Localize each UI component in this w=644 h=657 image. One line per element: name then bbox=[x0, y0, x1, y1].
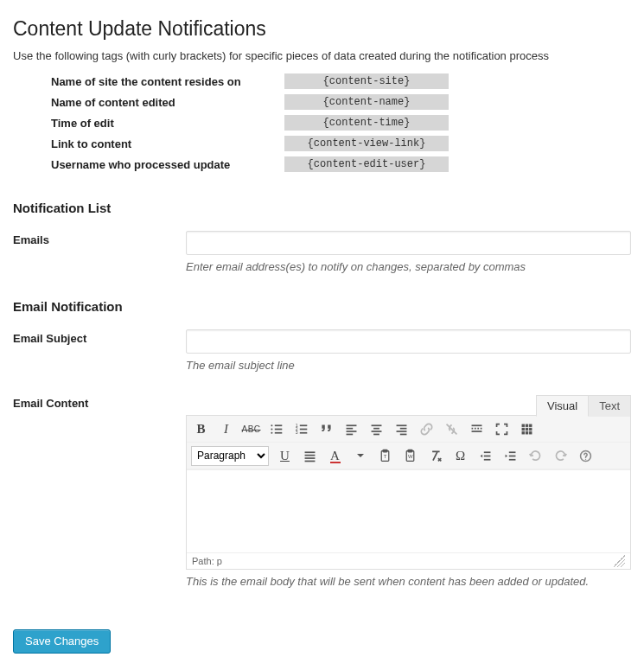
svg-text:3: 3 bbox=[296, 430, 298, 435]
svg-rect-30 bbox=[529, 424, 532, 426]
editor-path: Path: p bbox=[192, 556, 222, 566]
svg-point-54 bbox=[585, 458, 586, 459]
svg-rect-33 bbox=[529, 427, 532, 430]
subject-input[interactable] bbox=[186, 329, 631, 354]
underline-icon[interactable]: U bbox=[273, 444, 296, 467]
undo-icon[interactable] bbox=[524, 444, 547, 467]
tag-row: Name of content edited {content-name} bbox=[44, 92, 456, 112]
editor: B I ABC 123 bbox=[186, 415, 631, 570]
content-description: This is the email body that will be sent… bbox=[186, 575, 631, 588]
tab-visual[interactable]: Visual bbox=[536, 395, 589, 417]
toolbar-row-1: B I ABC 123 bbox=[187, 416, 630, 443]
tag-value: {content-edit-user} bbox=[284, 156, 449, 172]
tag-label: Name of site the content resides on bbox=[44, 71, 277, 92]
content-label: Email Content bbox=[13, 394, 186, 410]
page-title: Content Update Notifications bbox=[13, 17, 631, 41]
bold-icon[interactable]: B bbox=[189, 418, 213, 440]
save-button[interactable]: Save Changes bbox=[13, 629, 111, 654]
email-notification-header: Email Notification bbox=[13, 299, 631, 314]
svg-rect-42 bbox=[383, 450, 387, 452]
tag-row: Link to content {content-view-link} bbox=[44, 133, 456, 154]
align-left-icon[interactable] bbox=[340, 418, 363, 440]
insert-more-icon[interactable] bbox=[465, 418, 488, 440]
tag-value: {content-view-link} bbox=[284, 136, 449, 151]
tag-row: Username who processed update {content-e… bbox=[44, 154, 456, 175]
svg-rect-36 bbox=[529, 431, 532, 434]
tag-value: {content-site} bbox=[284, 73, 449, 89]
unlink-icon[interactable] bbox=[440, 418, 463, 440]
bullet-list-icon[interactable] bbox=[265, 418, 288, 440]
blockquote-icon[interactable] bbox=[315, 418, 338, 440]
tag-value: {content-time} bbox=[284, 115, 449, 131]
fullscreen-icon[interactable] bbox=[490, 418, 513, 440]
tag-label: Time of edit bbox=[44, 112, 277, 133]
link-icon[interactable] bbox=[415, 418, 438, 440]
svg-text:W: W bbox=[408, 454, 413, 459]
tab-text[interactable]: Text bbox=[589, 395, 631, 417]
resize-handle-icon[interactable] bbox=[613, 555, 625, 567]
text-color-dropdown-icon[interactable] bbox=[348, 444, 372, 467]
text-color-icon[interactable]: A bbox=[323, 444, 347, 467]
redo-icon[interactable] bbox=[549, 444, 572, 467]
toolbar-row-2: Paragraph U A T W bbox=[187, 443, 630, 469]
align-justify-icon[interactable] bbox=[298, 444, 322, 467]
tags-table: Name of site the content resides on {con… bbox=[44, 71, 456, 175]
svg-point-2 bbox=[271, 428, 272, 430]
strikethrough-icon[interactable]: ABC bbox=[239, 418, 263, 440]
tag-label: Link to content bbox=[44, 133, 277, 154]
editor-textarea[interactable] bbox=[187, 469, 630, 552]
format-select[interactable]: Paragraph bbox=[191, 446, 269, 466]
svg-rect-31 bbox=[522, 427, 525, 430]
toolbar-toggle-icon[interactable] bbox=[515, 418, 539, 440]
help-icon[interactable] bbox=[574, 444, 597, 467]
tag-label: Username who processed update bbox=[44, 154, 277, 175]
subject-description: The email subject line bbox=[186, 359, 631, 372]
tag-label: Name of content edited bbox=[44, 92, 277, 112]
notification-list-header: Notification List bbox=[13, 201, 631, 215]
svg-rect-32 bbox=[526, 427, 528, 430]
align-center-icon[interactable] bbox=[365, 418, 388, 440]
intro-text: Use the following tags (with curly brack… bbox=[13, 49, 631, 62]
emails-description: Enter email address(es) to notify on cha… bbox=[186, 260, 631, 273]
svg-rect-29 bbox=[526, 424, 528, 426]
emails-label: Emails bbox=[13, 231, 186, 246]
svg-rect-28 bbox=[522, 424, 525, 426]
tag-row: Time of edit {content-time} bbox=[44, 112, 456, 133]
paste-text-icon[interactable]: T bbox=[373, 444, 397, 467]
subject-label: Email Subject bbox=[13, 329, 186, 345]
special-char-icon[interactable]: Ω bbox=[449, 444, 472, 467]
clear-formatting-icon[interactable] bbox=[424, 444, 447, 467]
indent-icon[interactable] bbox=[499, 444, 522, 467]
align-right-icon[interactable] bbox=[390, 418, 413, 440]
emails-input[interactable] bbox=[186, 231, 631, 255]
svg-rect-34 bbox=[522, 431, 525, 434]
svg-rect-35 bbox=[526, 431, 528, 434]
svg-rect-45 bbox=[408, 450, 412, 452]
svg-text:T: T bbox=[384, 454, 387, 459]
italic-icon[interactable]: I bbox=[214, 418, 238, 440]
numbered-list-icon[interactable]: 123 bbox=[290, 418, 313, 440]
tag-row: Name of site the content resides on {con… bbox=[44, 71, 456, 92]
outdent-icon[interactable] bbox=[474, 444, 497, 467]
tag-value: {content-name} bbox=[284, 94, 449, 110]
svg-point-4 bbox=[271, 431, 272, 433]
paste-word-icon[interactable]: W bbox=[399, 444, 422, 467]
svg-point-0 bbox=[271, 424, 272, 426]
